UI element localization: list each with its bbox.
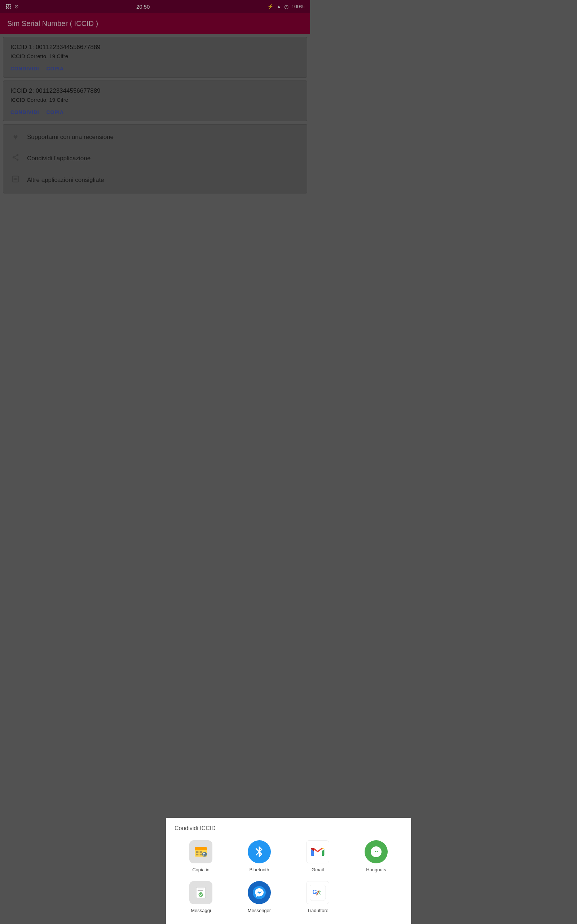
overlay[interactable] <box>0 0 310 498</box>
